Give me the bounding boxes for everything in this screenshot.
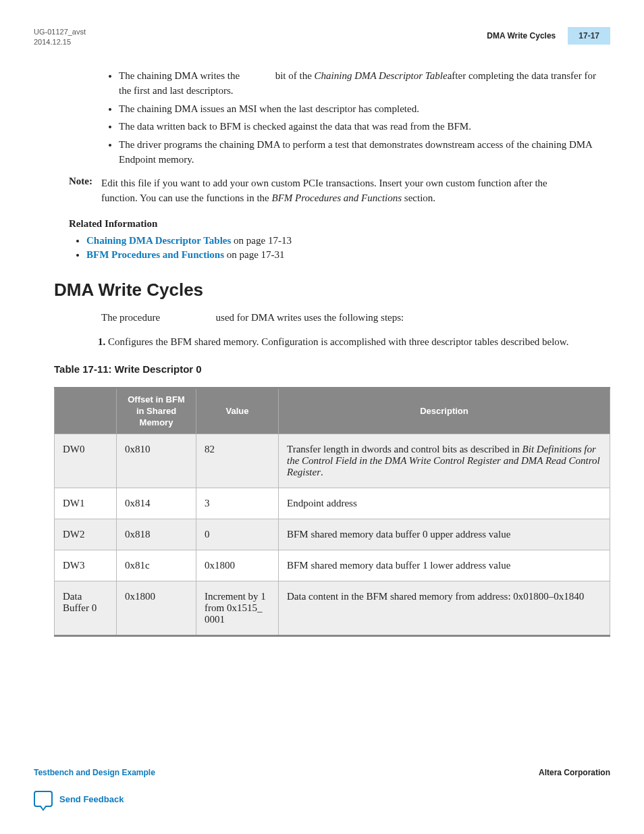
list-item: The data written back to BFM is checked … xyxy=(119,119,610,134)
note-block: Note: Edit this file if you want to add … xyxy=(69,176,610,206)
cell: 0x810 xyxy=(117,434,196,488)
procedure-steps: Configures the BFM shared memory. Config… xyxy=(101,334,610,350)
cell: 0 xyxy=(196,519,279,550)
section-heading: DMA Write Cycles xyxy=(54,280,610,301)
cell: BFM shared memory data buffer 1 lower ad… xyxy=(279,550,610,581)
send-feedback-link[interactable]: Send Feedback xyxy=(59,794,124,804)
cell: Data Buffer 0 xyxy=(55,581,117,636)
footer-right: Altera Corporation xyxy=(539,768,610,777)
related-link-2[interactable]: BFM Procedures and Functions xyxy=(86,249,224,260)
feedback-row: Send Feedback xyxy=(34,791,610,807)
doc-date: 2014.12.15 xyxy=(34,37,86,47)
header-right: DMA Write Cycles 17-17 xyxy=(487,27,610,45)
list-item: BFM Procedures and Functions on page 17-… xyxy=(86,249,610,261)
cell: DW2 xyxy=(55,519,117,550)
table-row: DW0 0x810 82 Transfer length in dwords a… xyxy=(55,434,610,488)
cell: DW0 xyxy=(55,434,117,488)
cell: 82 xyxy=(196,434,279,488)
cell: Increment by 1 from 0x1515_ 0001 xyxy=(196,581,279,636)
note-text: Edit this file if you want to add your o… xyxy=(101,176,610,206)
header-section-title: DMA Write Cycles xyxy=(487,31,556,41)
cell: 0x814 xyxy=(117,488,196,519)
table-caption: Table 17-11: Write Descriptor 0 xyxy=(54,363,610,375)
step-item: Configures the BFM shared memory. Config… xyxy=(108,334,610,350)
page-header: UG-01127_avst 2014.12.15 DMA Write Cycle… xyxy=(34,27,610,48)
table-row: DW3 0x81c 0x1800 BFM shared memory data … xyxy=(55,550,610,581)
footer-left: Testbench and Design Example xyxy=(34,768,155,777)
list-item: The chaining DMA issues an MSI when the … xyxy=(119,101,610,117)
cell: BFM shared memory data buffer 0 upper ad… xyxy=(279,519,610,550)
cell: Transfer length in dwords and control bi… xyxy=(279,434,610,488)
cell: Endpoint address xyxy=(279,488,610,519)
table-row: DW2 0x818 0 BFM shared memory data buffe… xyxy=(55,519,610,550)
procedure-intro: The procedure used for DMA writes uses t… xyxy=(101,310,610,325)
header-docinfo: UG-01127_avst 2014.12.15 xyxy=(34,27,86,48)
related-info-heading: Related Information xyxy=(69,218,610,230)
table-row: DW1 0x814 3 Endpoint address xyxy=(55,488,610,519)
cell: DW1 xyxy=(55,488,117,519)
cell: DW3 xyxy=(55,550,117,581)
related-links: Chaining DMA Descriptor Tables on page 1… xyxy=(86,235,610,261)
th-value: Value xyxy=(196,388,279,434)
related-link-1[interactable]: Chaining DMA Descriptor Tables xyxy=(86,235,231,246)
table-header-row: Offset in BFM in Shared Memory Value Des… xyxy=(55,388,610,434)
page-footer: Testbench and Design Example Altera Corp… xyxy=(34,768,610,807)
feature-list: The chaining DMA writes the bit of the C… xyxy=(101,68,610,167)
th-offset: Offset in BFM in Shared Memory xyxy=(117,388,196,434)
note-label: Note: xyxy=(69,176,101,206)
main-content: The chaining DMA writes the bit of the C… xyxy=(34,68,610,637)
cell: 0x818 xyxy=(117,519,196,550)
cell: 3 xyxy=(196,488,279,519)
list-item: The chaining DMA writes the bit of the C… xyxy=(119,68,610,99)
list-item: Chaining DMA Descriptor Tables on page 1… xyxy=(86,235,610,246)
cell: Data content in the BFM shared memory fr… xyxy=(279,581,610,636)
th-description: Description xyxy=(279,388,610,434)
cell: 0x81c xyxy=(117,550,196,581)
doc-id: UG-01127_avst xyxy=(34,27,86,37)
footer-row: Testbench and Design Example Altera Corp… xyxy=(34,768,610,777)
th-empty xyxy=(55,388,117,434)
list-item: The driver programs the chaining DMA to … xyxy=(119,137,610,167)
descriptor-table: Offset in BFM in Shared Memory Value Des… xyxy=(54,387,610,637)
feedback-icon xyxy=(34,791,53,807)
page-number-badge: 17-17 xyxy=(568,27,610,45)
table-row: Data Buffer 0 0x1800 Increment by 1 from… xyxy=(55,581,610,636)
cell: 0x1800 xyxy=(196,550,279,581)
cell: 0x1800 xyxy=(117,581,196,636)
